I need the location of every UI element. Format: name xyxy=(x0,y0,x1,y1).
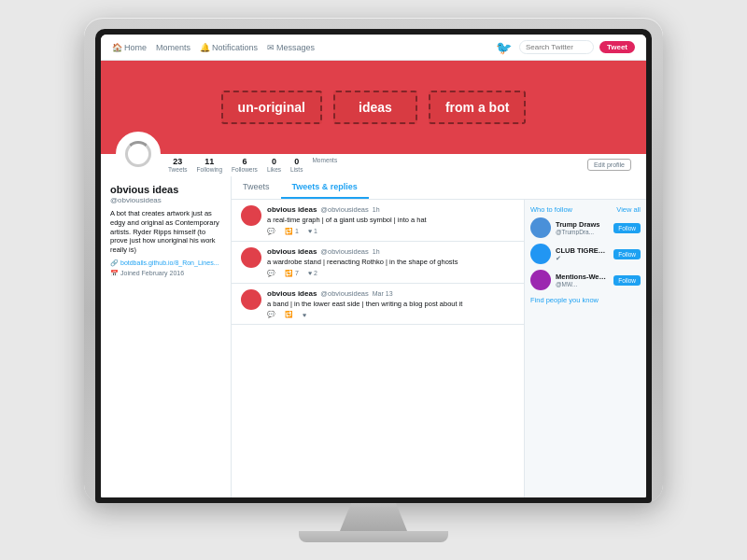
reply-action[interactable]: 💬 xyxy=(267,228,275,235)
tweet-avatar xyxy=(241,247,261,268)
stat-followers: 6 Followers xyxy=(232,157,258,173)
profile-link[interactable]: 🔗 botdballs.github.io/8_Ron_Lines... xyxy=(110,259,221,267)
profile-name: obvious ideas xyxy=(110,184,221,195)
tweet-content: obvious ideas @obviousideas 1h a real-ti… xyxy=(267,205,514,235)
retweet-action[interactable]: 🔁 xyxy=(285,311,293,318)
tweet-content: obvious ideas @obviousideas 1h a wardrob… xyxy=(267,247,514,277)
banner-box-1: un-original xyxy=(221,91,322,124)
follow-item: Mentions-Webster @MW... Follow xyxy=(530,270,641,290)
search-input[interactable] xyxy=(519,40,594,54)
tweet-content: obvious ideas @obviousideas Mar 13 a ban… xyxy=(267,289,514,319)
profile-bio: A bot that creates artwork just as edgy … xyxy=(110,209,221,255)
follow-button[interactable]: Follow xyxy=(613,223,641,233)
nav-notifications-link[interactable]: 🔔 Notifications xyxy=(200,43,258,52)
like-action[interactable]: ♥ xyxy=(303,311,306,318)
tweet-tabs: Tweets Tweets & replies xyxy=(232,176,646,200)
twitter-nav: 🏠 Home Moments 🔔 Notifications ✉ Mes xyxy=(101,35,646,61)
follow-info: Mentions-Webster @MW... xyxy=(556,273,609,287)
tab-tweets-replies[interactable]: Tweets & replies xyxy=(281,176,369,199)
main-content: Tweets Tweets & replies obviou xyxy=(232,176,646,497)
profile-handle: @obviousideas xyxy=(110,196,221,204)
reply-action[interactable]: 💬 xyxy=(267,270,275,277)
tweet-item: obvious ideas @obviousideas Mar 13 a ban… xyxy=(232,284,524,326)
stats-bar: 23 Tweets 11 Following 6 Followers xyxy=(168,157,580,173)
profile-body: obvious ideas @obviousideas A bot that c… xyxy=(101,176,646,497)
stat-tweets: 23 Tweets xyxy=(168,157,188,173)
reply-action[interactable]: 💬 xyxy=(267,311,275,318)
nav-home-link[interactable]: 🏠 Home xyxy=(112,43,147,52)
banner-box-2: ideas xyxy=(333,91,417,124)
envelope-icon: ✉ xyxy=(267,43,275,52)
banner-box-3: from a bot xyxy=(429,91,526,124)
loading-spinner xyxy=(125,141,151,167)
follow-button[interactable]: Follow xyxy=(613,249,641,259)
follow-item: Trump Draws @TrumpDra... Follow xyxy=(530,217,641,238)
stat-moments: Moments xyxy=(312,157,337,173)
banner-boxes: un-original ideas from a bot xyxy=(101,91,646,124)
follow-button[interactable]: Follow xyxy=(613,275,641,286)
like-action[interactable]: ♥ 2 xyxy=(308,270,317,277)
tweets-area: obvious ideas @obviousideas 1h a real-ti… xyxy=(232,200,646,497)
follow-item: CLUB TIGRES OFICIAL ✔ Follow xyxy=(530,244,641,264)
edit-profile-button[interactable]: Edit profile xyxy=(587,159,631,171)
calendar-icon: 📅 xyxy=(110,270,119,277)
follow-info: Trump Draws @TrumpDra... xyxy=(556,220,609,235)
bell-icon: 🔔 xyxy=(200,43,210,52)
monitor-base xyxy=(299,531,448,542)
profile-meta-section: 23 Tweets 11 Following 6 Followers xyxy=(101,154,646,176)
nav-messages-link[interactable]: ✉ Messages xyxy=(267,43,315,52)
stat-following: 11 Following xyxy=(197,157,222,173)
stat-likes: 0 Likes xyxy=(267,157,281,173)
retweet-action[interactable]: 🔁 1 xyxy=(285,228,299,235)
follow-info: CLUB TIGRES OFICIAL ✔ xyxy=(556,246,609,262)
nav-links: 🏠 Home Moments 🔔 Notifications ✉ Mes xyxy=(112,43,488,52)
tweet-list: obvious ideas @obviousideas 1h a real-ti… xyxy=(232,200,525,497)
tweet-item: obvious ideas @obviousideas 1h a wardrob… xyxy=(232,242,524,284)
tweet-button[interactable]: Tweet xyxy=(599,41,635,53)
monitor: 🏠 Home Moments 🔔 Notifications ✉ Mes xyxy=(84,18,663,542)
monitor-stand xyxy=(336,503,411,531)
who-to-follow-title: Who to follow View all xyxy=(530,205,641,214)
profile-joined: 📅 Joined February 2016 xyxy=(110,270,221,277)
retweet-action[interactable]: 🔁 7 xyxy=(285,270,299,277)
tweet-item: obvious ideas @obviousideas 1h a real-ti… xyxy=(232,200,524,242)
like-action[interactable]: ♥ 1 xyxy=(308,228,317,235)
home-icon: 🏠 xyxy=(112,43,122,52)
follow-avatar xyxy=(530,217,551,238)
screen: 🏠 Home Moments 🔔 Notifications ✉ Mes xyxy=(101,35,646,497)
right-sidebar: Who to follow View all Trump Draws @Trum… xyxy=(525,200,646,497)
tweet-avatar xyxy=(241,289,261,310)
follow-avatar xyxy=(530,270,551,290)
screen-bezel: 🏠 Home Moments 🔔 Notifications ✉ Mes xyxy=(95,29,652,503)
tweet-avatar xyxy=(241,205,261,226)
profile-avatar-section: 23 Tweets 11 Following 6 Followers xyxy=(101,132,646,176)
nav-moments-link[interactable]: Moments xyxy=(156,43,190,52)
link-icon: 🔗 xyxy=(110,259,119,267)
avatar xyxy=(116,132,161,176)
stat-lists: 0 Lists xyxy=(290,157,303,173)
follow-avatar xyxy=(530,244,551,264)
twitter-logo: 🐦 xyxy=(496,40,512,55)
find-people-link[interactable]: Find people you know xyxy=(530,296,641,304)
tab-tweets[interactable]: Tweets xyxy=(232,176,281,199)
profile-sidebar: obvious ideas @obviousideas A bot that c… xyxy=(101,176,232,497)
